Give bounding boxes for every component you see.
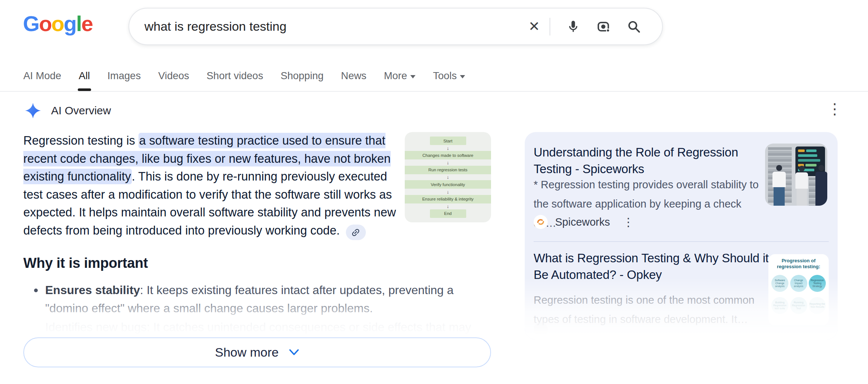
arrow-down-icon: ↓ [447,146,449,151]
tab-label: Videos [158,70,189,82]
thumbnail-person [772,165,786,206]
thumbnail-circles-row: Software Change analysis Change Impact a… [771,275,827,292]
thumbnail-circle: Running Regression Test [790,297,807,314]
header-divider [0,91,868,92]
search-input[interactable]: what is regression testing [144,19,528,34]
arrow-down-icon: ↓ [447,160,449,165]
arrow-down-icon: ↓ [447,175,449,179]
ai-overview-label: AI Overview [51,104,111,117]
source-attribution[interactable]: Spiceworks ⋮ [534,215,634,229]
thumbnail-circle: Change Impact analysis [790,275,807,292]
bullet-dot [34,289,38,292]
tab-label: More [384,70,407,82]
thumbnail-person [815,165,827,206]
tab-all[interactable]: All [79,67,90,91]
tab-label: Tools [433,70,457,82]
tab-label: Images [107,70,141,82]
bullet-bold-text: Ensures stability [45,283,140,297]
section-heading: Why it is important [23,255,148,271]
flowchart-image[interactable]: Start ↓ Changes made to software ↓ Run r… [405,132,491,222]
flowchart-step: Verify functionality [405,180,491,189]
search-bar[interactable]: what is regression testing ✕ [128,8,663,45]
thumbnail-circle: Reporting the Test Results [809,297,826,314]
thumbnail-circles-row: Building Regression test suite Running R… [771,297,827,314]
tab-label: News [341,70,367,82]
search-tabs: AI Mode All Images Videos Short videos S… [23,67,465,91]
search-bar-icons: ✕ [528,18,641,36]
flowchart-step: End [430,209,466,218]
thumbnail-circle: Building Regression test suite [771,297,788,314]
flowchart-step: Ensure reliability & integrity [405,195,491,203]
google-search-results-page: Google what is regression testing ✕ AI M… [0,0,868,384]
card-divider [534,241,829,242]
sparkle-icon [24,102,41,119]
arrow-down-icon: ↓ [447,189,449,194]
chevron-down-icon [410,75,415,78]
source-card-title[interactable]: Understanding the Role of Regression Tes… [534,144,760,177]
logo-letter: o [39,11,51,36]
flowchart-step: Start [430,137,466,145]
flowchart-step: Run regression tests [405,166,491,174]
logo-letter: g [64,11,76,36]
logo-letter: G [23,11,39,36]
source-card-title[interactable]: What is Regression Testing & Why Should … [534,250,769,283]
link-chip[interactable] [346,225,366,240]
show-more-label: Show more [215,345,279,360]
chevron-down-icon [289,349,299,356]
logo-letter: l [76,11,81,36]
more-vert-icon[interactable]: ⋮ [622,215,634,229]
logo-letter: o [51,11,64,36]
source-card-thumbnail[interactable] [765,144,827,206]
faded-bullet-text: Identifies new bugs: It catches unintend… [45,320,490,334]
more-vert-icon[interactable]: ⋮ [827,101,842,116]
faded-favicon [534,322,548,336]
thumbnail-circle: Regression Testing Strategy [809,275,826,292]
mic-icon[interactable] [566,19,581,34]
ai-overview-header: AI Overview [24,102,111,119]
source-card-snippet: Regression testing is one of the most co… [534,290,765,329]
tab-more[interactable]: More [384,67,416,91]
thumbnail-circle: Software Change analysis [771,275,788,292]
search-bar-separator [550,18,550,36]
chevron-down-icon [460,75,465,78]
active-tab-underline [78,88,91,91]
show-more-button[interactable]: Show more [23,337,491,367]
tab-short-videos[interactable]: Short videos [207,67,263,91]
spiceworks-favicon [534,215,548,229]
tab-label: All [79,70,90,82]
source-card-thumbnail[interactable]: Progression of regression testing: Softw… [768,254,829,325]
tab-label: Short videos [207,70,263,82]
arrow-down-icon: ↓ [447,204,449,209]
paragraph-text: Regression testing is [23,134,138,147]
lens-icon[interactable] [596,19,611,34]
clear-icon[interactable]: ✕ [528,18,550,34]
tab-videos[interactable]: Videos [158,67,189,91]
tab-news[interactable]: News [341,67,367,91]
flowchart-step: Changes made to software [405,151,491,159]
thumbnail-title: Progression of regression testing: [771,258,827,270]
sources-card: Understanding the Role of Regression Tes… [525,132,838,340]
link-icon [348,225,363,239]
ai-overview-paragraph: Regression testing is a software testing… [23,132,399,240]
search-icon[interactable] [627,19,641,34]
tab-shopping[interactable]: Shopping [281,67,324,91]
logo-letter: e [81,11,93,36]
tab-tools[interactable]: Tools [433,67,465,91]
google-logo[interactable]: Google [23,11,93,36]
tab-label: AI Mode [23,70,61,82]
bullet-item: Ensures stability: It keeps existing fea… [45,281,488,317]
tab-label: Shopping [281,70,324,82]
source-name: Spiceworks [555,216,610,228]
tab-ai-mode[interactable]: AI Mode [23,67,61,91]
thumbnail-person [795,166,808,206]
tab-images[interactable]: Images [107,67,141,91]
